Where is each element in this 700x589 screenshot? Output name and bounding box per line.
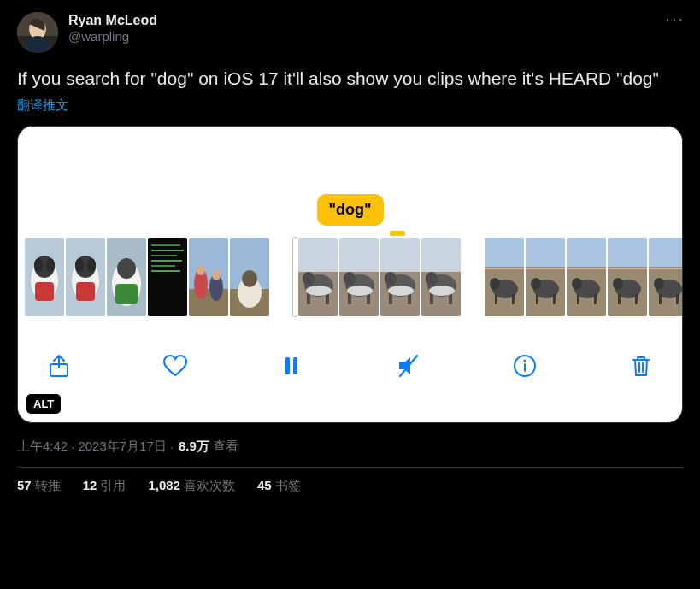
meta-separator: · [170,439,174,454]
display-name[interactable]: Ryan McLeod [68,12,157,29]
clip-group-3 [485,238,683,316]
tweet-body: If you search for "dog" on iOS 17 it'll … [17,67,683,91]
video-frame [485,238,524,316]
tweet-date[interactable]: 2023年7月17日 [78,439,166,455]
share-button[interactable] [44,350,74,381]
svg-rect-92 [635,294,638,304]
svg-rect-78 [553,294,556,304]
video-frame [526,238,565,316]
svg-point-43 [306,286,332,296]
info-button[interactable] [509,350,540,381]
svg-rect-37 [298,238,338,272]
svg-point-90 [613,278,623,290]
quotes-stat[interactable]: 12 引用 [83,478,126,494]
media-card[interactable]: "dog" [17,126,683,423]
avatar[interactable] [17,12,58,53]
video-frame [66,238,105,316]
svg-point-61 [426,272,438,286]
video-frame [567,238,606,316]
svg-rect-65 [485,238,524,267]
video-frame [25,238,64,316]
more-options-button[interactable]: ··· [665,9,685,28]
svg-point-18 [117,258,136,279]
bookmarks-label: 书签 [275,478,301,494]
svg-rect-51 [380,238,420,272]
svg-rect-79 [567,238,606,267]
svg-rect-102 [293,357,297,374]
svg-rect-70 [495,294,497,304]
svg-point-64 [429,286,455,296]
user-handle[interactable]: @warpling [68,29,157,45]
bookmarks-count: 45 [257,478,272,494]
likes-count: 1,082 [148,478,180,494]
delete-button[interactable] [626,350,656,381]
tweet-container: ··· Ryan McLeod @warpling If you search … [0,0,700,503]
media-controls [18,316,682,397]
svg-point-40 [303,272,315,286]
alt-badge[interactable]: ALT [26,394,61,414]
svg-rect-23 [151,255,177,256]
video-frame [380,238,420,316]
svg-point-8 [46,258,55,272]
svg-point-47 [344,272,356,286]
translate-link[interactable]: 翻译推文 [17,97,68,114]
retweets-count: 57 [17,478,32,494]
mute-button[interactable] [393,350,424,381]
retweets-label: 转推 [35,478,61,494]
svg-point-13 [75,258,84,272]
svg-rect-77 [536,294,538,304]
svg-rect-98 [659,294,662,304]
meta-separator: · [71,439,74,454]
video-frame [421,238,461,316]
svg-rect-26 [151,270,180,272]
svg-point-7 [34,258,43,272]
svg-rect-85 [594,294,597,304]
svg-rect-93 [649,238,683,267]
likes-stat[interactable]: 1,082 喜欢次数 [148,478,235,494]
svg-rect-20 [148,238,187,316]
divider [17,467,683,468]
video-frame [649,238,683,316]
video-frame [148,238,187,316]
svg-point-32 [212,270,221,280]
user-names: Ryan McLeod @warpling [68,12,157,45]
svg-point-54 [385,272,397,286]
timeline-marker [390,231,405,236]
retweets-stat[interactable]: 57 转推 [17,478,61,494]
clip-group-1 [25,238,269,316]
video-frame [608,238,647,316]
like-button[interactable] [160,350,191,381]
svg-point-57 [388,286,414,296]
search-term-pill: "dog" [316,194,383,226]
svg-rect-58 [421,238,461,272]
svg-point-83 [572,278,582,290]
views-label: 查看 [213,439,238,455]
svg-point-69 [490,278,500,290]
svg-rect-21 [151,244,180,246]
media-top-whitespace: "dog" [18,127,682,238]
pause-button[interactable] [276,350,307,381]
bookmarks-stat[interactable]: 45 书签 [257,478,301,494]
svg-rect-15 [76,282,95,301]
svg-rect-44 [339,238,379,272]
playhead[interactable] [293,238,297,316]
svg-rect-19 [115,284,138,304]
tweet-time[interactable]: 上午4:42 [17,439,68,455]
svg-rect-99 [676,294,679,304]
svg-point-14 [87,258,96,272]
svg-rect-72 [526,238,565,267]
svg-point-36 [242,270,257,287]
svg-rect-101 [285,357,290,374]
video-frame [107,238,146,316]
svg-rect-22 [151,250,184,251]
svg-point-30 [197,265,205,275]
svg-rect-91 [618,294,621,304]
tweet-stats: 57 转推 12 引用 1,082 喜欢次数 45 书签 [17,478,683,494]
tweet-meta: 上午4:42 · 2023年7月17日 · 8.9万 查看 [17,439,683,455]
video-timeline[interactable] [18,238,682,316]
clip-group-2 [293,238,461,316]
views-count: 8.9万 [179,439,209,455]
quotes-count: 12 [83,478,97,494]
svg-rect-9 [35,282,54,301]
svg-point-50 [347,286,373,296]
